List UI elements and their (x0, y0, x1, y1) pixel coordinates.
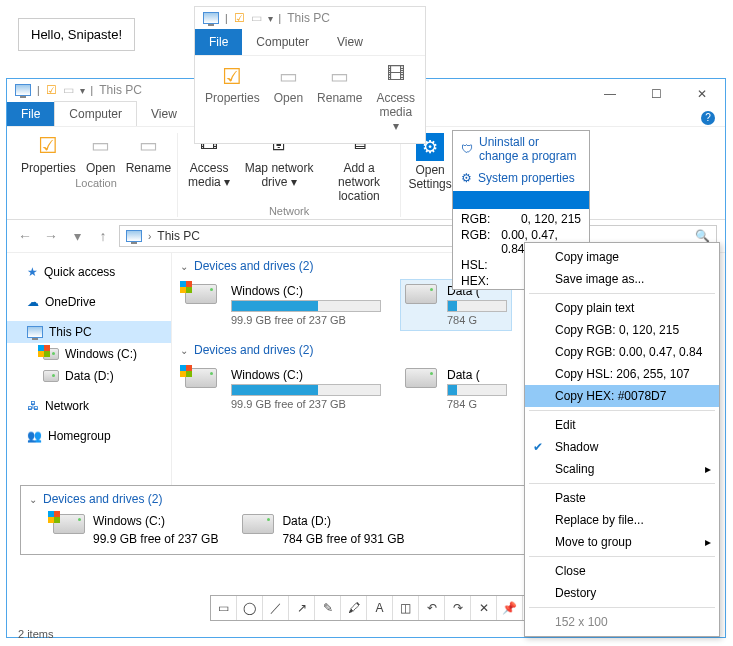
tool-line[interactable]: ／ (263, 596, 289, 620)
star-icon: ★ (27, 265, 38, 279)
menu-copy-hex[interactable]: Copy HEX: #0078D7 (525, 385, 719, 407)
maximize-button[interactable]: ☐ (637, 83, 675, 105)
tab-view[interactable]: View (137, 102, 191, 126)
drive-icon (185, 284, 217, 304)
drive-c[interactable]: Windows (C:) 99.9 GB free of 237 GB (180, 279, 386, 331)
tool-pencil[interactable]: ✎ (315, 596, 341, 620)
monitor-icon (203, 12, 219, 24)
drive-c-2[interactable]: Windows (C:) 99.9 GB free of 237 GB (180, 363, 386, 415)
tab-file[interactable]: File (7, 102, 54, 126)
snip-drive-c: Windows (C:) 99.9 GB free of 237 GB (53, 514, 218, 546)
drive-icon (185, 368, 217, 388)
drive-icon (43, 348, 59, 360)
overlay-tab-computer[interactable]: Computer (242, 29, 323, 55)
overlay-tab-view[interactable]: View (323, 29, 377, 55)
tool-text[interactable]: A (367, 596, 393, 620)
drive-icon (405, 284, 437, 304)
qat-check-icon: ☑ (234, 11, 245, 25)
menu-dimensions: 152 x 100 (525, 611, 719, 633)
tool-rect[interactable]: ▭ (211, 596, 237, 620)
sidebar-item-win-c[interactable]: Windows (C:) (7, 343, 171, 365)
properties-button[interactable]: ☑Properties (21, 133, 76, 175)
drive-icon (405, 368, 437, 388)
sidebar-item-homegroup[interactable]: 👥Homegroup (7, 425, 171, 447)
drive-icon (43, 370, 59, 382)
homegroup-icon: 👥 (27, 429, 42, 443)
sidebar-item-quick[interactable]: ★Quick access (7, 261, 171, 283)
sidebar-item-thispc[interactable]: This PC (7, 321, 171, 343)
snip-panel[interactable]: ⌄Devices and drives (2) Windows (C:) 99.… (20, 485, 575, 555)
nav-up-button[interactable]: ↑ (93, 226, 113, 246)
menu-copy-image[interactable]: Copy image (525, 246, 719, 268)
monitor-icon (15, 84, 31, 96)
help-icon[interactable]: ? (701, 111, 715, 125)
nav-back-button[interactable]: ← (15, 226, 35, 246)
overlay-rename-button[interactable]: ▭Rename (317, 64, 362, 133)
check-icon: ✔ (533, 440, 543, 454)
snip-drive-d: Data (D:) 784 GB free of 931 GB (242, 514, 404, 546)
cloud-icon: ☁ (27, 295, 39, 309)
search-icon: 🔍 (695, 229, 710, 243)
overlay-access-button[interactable]: 🎞Access media ▾ (376, 64, 415, 133)
divider-icon: | (225, 13, 228, 24)
nav-forward-button[interactable]: → (41, 226, 61, 246)
menu-paste[interactable]: Paste (525, 487, 719, 509)
tool-arrow[interactable]: ↗ (289, 596, 315, 620)
color-rgb-int: RGB:0, 120, 215 (453, 211, 589, 227)
system-props-link[interactable]: ⚙System properties (453, 167, 589, 189)
overlay-properties-button[interactable]: ☑Properties (205, 64, 260, 133)
menu-destroy[interactable]: Destory (525, 582, 719, 604)
ribbon-group-location: ☑Properties ▭Open ▭Rename Location (15, 133, 178, 217)
menu-replace[interactable]: Replace by file... (525, 509, 719, 531)
ribbon-group-network: 🎞Access media ▾ 🗄Map network drive ▾ 🖥Ad… (178, 133, 401, 217)
menu-scaling[interactable]: Scaling▸ (525, 458, 719, 480)
tool-pin[interactable]: 📌 (497, 596, 523, 620)
ribbon-group-system: ⚙Open Settings (401, 133, 459, 217)
tool-cancel[interactable]: ✕ (471, 596, 497, 620)
tool-marker[interactable]: 🖍 (341, 596, 367, 620)
drive-icon (53, 514, 85, 534)
drive-d-2[interactable]: Data ( 784 G (400, 363, 512, 415)
monitor-icon (126, 230, 142, 242)
menu-move[interactable]: Move to group▸ (525, 531, 719, 553)
sidebar-item-network[interactable]: 🖧Network (7, 395, 171, 417)
qat-doc-icon: ▭ (63, 83, 74, 97)
tool-redo[interactable]: ↷ (445, 596, 471, 620)
close-button[interactable]: ✕ (683, 83, 721, 105)
menu-edit[interactable]: Edit (525, 414, 719, 436)
nav-history-button[interactable]: ▾ (67, 226, 87, 246)
menu-copy-plain[interactable]: Copy plain text (525, 297, 719, 319)
menu-shadow[interactable]: ✔Shadow (525, 436, 719, 458)
drive-icon (242, 514, 274, 534)
open-button[interactable]: ▭Open (86, 133, 116, 175)
tool-ellipse[interactable]: ◯ (237, 596, 263, 620)
tool-undo[interactable]: ↶ (419, 596, 445, 620)
rename-button[interactable]: ▭Rename (126, 133, 171, 175)
status-bar: 2 items (18, 628, 53, 640)
tool-eraser[interactable]: ◫ (393, 596, 419, 620)
snipaste-hello-label: Hello, Snipaste! (18, 18, 135, 51)
chevron-right-icon: ▸ (705, 462, 711, 476)
sidebar-item-onedrive[interactable]: ☁OneDrive (7, 291, 171, 313)
explorer-title: This PC (99, 83, 142, 97)
overlay-tab-file[interactable]: File (195, 29, 242, 55)
chevron-down-icon: ▾ (268, 13, 273, 24)
context-menu: Copy image Save image as... Copy plain t… (524, 242, 720, 637)
menu-close[interactable]: Close (525, 560, 719, 582)
sidebar: ★Quick access ☁OneDrive This PC Windows … (7, 253, 172, 503)
overlay-title: This PC (287, 11, 330, 25)
menu-copy-rgbf[interactable]: Copy RGB: 0.00, 0.47, 0.84 (525, 341, 719, 363)
menu-save-image[interactable]: Save image as... (525, 268, 719, 290)
chevron-down-icon: ▾ (80, 85, 85, 96)
color-swatch (453, 191, 589, 209)
drive-c-name: Windows (C:) (231, 284, 381, 298)
drive-c-free: 99.9 GB free of 237 GB (231, 314, 381, 326)
uninstall-link[interactable]: 🛡Uninstall or change a program (453, 131, 589, 167)
menu-copy-hsl[interactable]: Copy HSL: 206, 255, 107 (525, 363, 719, 385)
sidebar-item-data-d[interactable]: Data (D:) (7, 365, 171, 387)
tab-computer[interactable]: Computer (54, 101, 137, 126)
minimize-button[interactable]: — (591, 83, 629, 105)
chevron-right-icon: ▸ (705, 535, 711, 549)
overlay-open-button[interactable]: ▭Open (274, 64, 303, 133)
menu-copy-rgb[interactable]: Copy RGB: 0, 120, 215 (525, 319, 719, 341)
